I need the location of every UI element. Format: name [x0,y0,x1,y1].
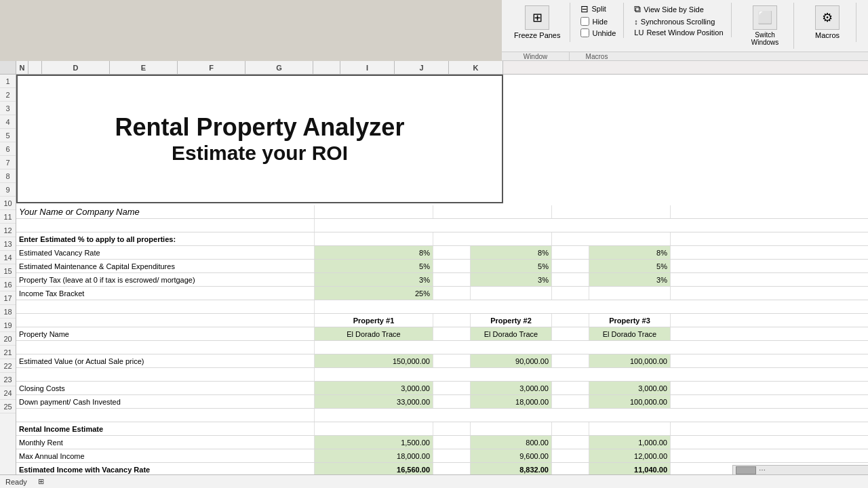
tax-p2[interactable]: 3% [471,273,552,286]
sync-scroll-label: Synchronous Scrolling [641,18,715,26]
monthly-rent-label: Monthly Rent [16,436,315,449]
prop-header-lbl [16,314,315,327]
reset-window-button[interactable]: LU Reset Window Position [632,28,725,37]
unhide-label: Unhide [592,29,616,37]
max-annual-row: Max Annual Income 18,000.00 9,600.00 12,… [16,449,868,463]
closing-costs-p1[interactable]: 3,000.00 [315,382,433,394]
est-value-p2[interactable]: 90,000.00 [471,354,552,367]
split-button[interactable]: ⊟ Split [578,3,618,15]
est-value-gap1 [433,354,471,367]
income-tax-p1[interactable]: 25% [315,287,433,300]
freeze-panes-button[interactable]: ⊞ Freeze Panes [510,4,564,41]
est-value-gap2 [552,354,589,367]
monthly-rent-p2[interactable]: 800.00 [471,436,552,449]
closing-costs-p2[interactable]: 3,000.00 [471,382,552,394]
est-income-p2[interactable]: 8,832.00 [471,463,552,474]
ribbon-group-view: ⧉ View Side by Side ↕ Synchronous Scroll… [632,3,731,37]
empty-14-lbl [16,368,315,381]
hide-checkbox[interactable] [580,17,589,26]
est-income-gap2 [552,463,589,474]
row-num-4: 4 [0,115,16,129]
est-value-label: Estimated Value (or Actual Sale price) [16,354,315,367]
prop-name-p1[interactable]: El Dorado Trace [315,327,433,340]
vacancy-p1[interactable]: 8% [315,246,433,259]
prop-header-gap1 [433,314,471,327]
maintenance-p3[interactable]: 5% [589,260,671,272]
est-income-p1[interactable]: 16,560.00 [315,463,433,474]
maintenance-p1[interactable]: 5% [315,260,433,272]
prop-header-2: Property #2 [471,314,552,327]
maintenance-gap2 [552,260,589,272]
down-payment-p2[interactable]: 18,000.00 [471,395,552,408]
hide-button[interactable]: Hide [578,16,618,26]
macros-label: Macros [815,31,840,39]
prop-header-3: Property #3 [589,314,671,327]
empty-3-lbl [16,219,315,232]
horizontal-scrollbar[interactable]: ⋯ [732,465,868,474]
row-num-24: 24 [0,386,16,400]
est-income-gap1 [433,463,471,474]
est-value-p3[interactable]: 100,000.00 [589,354,671,367]
rental-income-header-row: Rental Income Estimate [16,422,868,436]
col-header-blank2 [313,61,340,74]
title-sub: Estimate your ROI [172,142,348,165]
switch-windows-button[interactable]: ⬜ Switch Windows [747,4,783,47]
section-header-p1 [315,232,433,245]
unhide-checkbox[interactable] [580,28,589,37]
freeze-panes-label: Freeze Panes [514,31,560,39]
prop-name-gap2 [552,327,589,340]
empty-row-14 [16,368,868,382]
down-payment-p3[interactable]: 100,000.00 [589,395,671,408]
row-num-1: 1 [0,75,16,88]
tax-p1[interactable]: 3% [315,273,433,286]
view-side-by-side-button[interactable]: ⧉ View Side by Side [632,3,725,16]
section-header-p2 [433,232,552,245]
est-income-p3[interactable]: 11,040.00 [589,463,671,474]
row-num-17: 17 [0,291,16,305]
view-side-label: View Side by Side [644,5,703,14]
vacancy-label: Estimated Vacancy Rate [16,246,315,259]
closing-costs-p3[interactable]: 3,000.00 [589,382,671,394]
sheet-content: Rental Property Analyzer Estimate your R… [16,75,868,474]
row-num-19: 19 [0,319,16,332]
max-annual-p3[interactable]: 12,000.00 [589,449,671,462]
row-num-2: 2 [0,88,16,102]
empty-row-12 [16,341,868,354]
down-payment-gap2 [552,395,589,408]
row-num-18: 18 [0,305,16,319]
ribbon-group-switch: ⬜ Switch Windows [740,3,794,49]
maintenance-gap1 [433,260,471,272]
monthly-rent-p1[interactable]: 1,500.00 [315,436,433,449]
tax-p3[interactable]: 3% [589,273,671,286]
switch-windows-label: Switch Windows [751,31,779,46]
est-income-label: Estimated Income with Vacancy Rate [16,463,315,474]
prop-header-1: Property #1 [315,314,433,327]
monthly-rent-p3[interactable]: 1,000.00 [589,436,671,449]
property-header-row: Property #1 Property #2 Property #3 [16,314,868,327]
down-payment-p1[interactable]: 33,000.00 [315,395,433,408]
closing-costs-gap2 [552,382,589,394]
income-tax-p3 [589,287,671,300]
row-num-11: 11 [0,210,16,224]
maintenance-p2[interactable]: 5% [471,260,552,272]
est-value-p1[interactable]: 150,000.00 [315,354,433,367]
prop-name-p2[interactable]: El Dorado Trace [471,327,552,340]
unhide-button[interactable]: Unhide [578,28,618,38]
company-p1 [315,205,433,218]
max-annual-p1[interactable]: 18,000.00 [315,449,433,462]
company-row: Your Name or Company Name [16,205,868,219]
est-value-row: Estimated Value (or Actual Sale price) 1… [16,354,868,368]
monthly-rent-gap2 [552,436,589,449]
vacancy-p2[interactable]: 8% [471,246,552,259]
sync-scroll-button[interactable]: ↕ Synchronous Scrolling [632,17,725,26]
prop-name-p3[interactable]: El Dorado Trace [589,327,671,340]
column-headers: N D E F G I J K [0,61,868,75]
max-annual-p2[interactable]: 9,600.00 [471,449,552,462]
status-bar: Ready ⊞ [0,474,868,488]
row-num-25: 25 [0,400,16,413]
macros-button[interactable]: ⚙ Macros [811,4,844,41]
row-numbers: 1 2 3 4 5 6 7 8 9 10 11 12 13 14 15 16 1… [0,75,16,474]
tax-gap1 [433,273,471,286]
row-num-3: 3 [0,102,16,115]
vacancy-p3[interactable]: 8% [589,246,671,259]
